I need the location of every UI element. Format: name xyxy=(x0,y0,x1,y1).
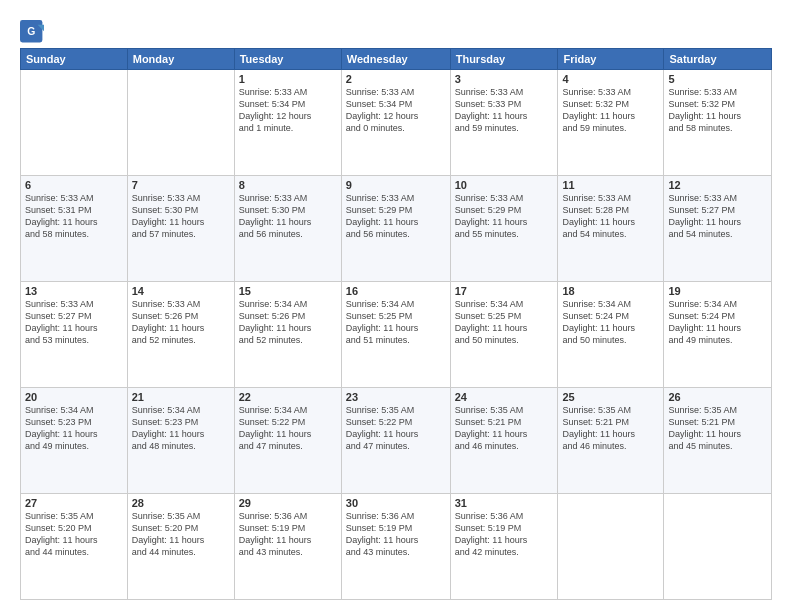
day-number: 5 xyxy=(668,73,767,85)
day-info: Sunrise: 5:36 AM Sunset: 5:19 PM Dayligh… xyxy=(346,510,446,559)
logo: G xyxy=(20,20,48,44)
day-number: 29 xyxy=(239,497,337,509)
calendar-cell: 16Sunrise: 5:34 AM Sunset: 5:25 PM Dayli… xyxy=(341,282,450,388)
day-number: 22 xyxy=(239,391,337,403)
calendar-cell: 13Sunrise: 5:33 AM Sunset: 5:27 PM Dayli… xyxy=(21,282,128,388)
calendar-cell: 12Sunrise: 5:33 AM Sunset: 5:27 PM Dayli… xyxy=(664,176,772,282)
day-info: Sunrise: 5:33 AM Sunset: 5:34 PM Dayligh… xyxy=(239,86,337,135)
calendar-cell xyxy=(558,494,664,600)
calendar-cell: 29Sunrise: 5:36 AM Sunset: 5:19 PM Dayli… xyxy=(234,494,341,600)
calendar-cell xyxy=(21,70,128,176)
day-number: 17 xyxy=(455,285,554,297)
day-info: Sunrise: 5:35 AM Sunset: 5:20 PM Dayligh… xyxy=(132,510,230,559)
day-info: Sunrise: 5:35 AM Sunset: 5:20 PM Dayligh… xyxy=(25,510,123,559)
day-number: 25 xyxy=(562,391,659,403)
day-info: Sunrise: 5:33 AM Sunset: 5:33 PM Dayligh… xyxy=(455,86,554,135)
calendar-cell: 28Sunrise: 5:35 AM Sunset: 5:20 PM Dayli… xyxy=(127,494,234,600)
calendar-cell xyxy=(664,494,772,600)
day-number: 4 xyxy=(562,73,659,85)
day-number: 2 xyxy=(346,73,446,85)
day-number: 13 xyxy=(25,285,123,297)
week-row-3: 13Sunrise: 5:33 AM Sunset: 5:27 PM Dayli… xyxy=(21,282,772,388)
day-info: Sunrise: 5:34 AM Sunset: 5:25 PM Dayligh… xyxy=(455,298,554,347)
day-info: Sunrise: 5:35 AM Sunset: 5:22 PM Dayligh… xyxy=(346,404,446,453)
calendar-cell: 9Sunrise: 5:33 AM Sunset: 5:29 PM Daylig… xyxy=(341,176,450,282)
day-number: 18 xyxy=(562,285,659,297)
day-info: Sunrise: 5:36 AM Sunset: 5:19 PM Dayligh… xyxy=(239,510,337,559)
day-number: 26 xyxy=(668,391,767,403)
day-number: 6 xyxy=(25,179,123,191)
day-number: 3 xyxy=(455,73,554,85)
day-number: 28 xyxy=(132,497,230,509)
calendar-cell: 25Sunrise: 5:35 AM Sunset: 5:21 PM Dayli… xyxy=(558,388,664,494)
calendar-cell xyxy=(127,70,234,176)
day-info: Sunrise: 5:34 AM Sunset: 5:23 PM Dayligh… xyxy=(132,404,230,453)
day-info: Sunrise: 5:33 AM Sunset: 5:34 PM Dayligh… xyxy=(346,86,446,135)
day-number: 21 xyxy=(132,391,230,403)
day-number: 30 xyxy=(346,497,446,509)
day-info: Sunrise: 5:35 AM Sunset: 5:21 PM Dayligh… xyxy=(455,404,554,453)
calendar-cell: 10Sunrise: 5:33 AM Sunset: 5:29 PM Dayli… xyxy=(450,176,558,282)
calendar-cell: 15Sunrise: 5:34 AM Sunset: 5:26 PM Dayli… xyxy=(234,282,341,388)
day-number: 20 xyxy=(25,391,123,403)
day-info: Sunrise: 5:33 AM Sunset: 5:27 PM Dayligh… xyxy=(25,298,123,347)
day-number: 19 xyxy=(668,285,767,297)
day-number: 16 xyxy=(346,285,446,297)
page: G SundayMondayTuesdayWednesdayThursdayFr… xyxy=(0,0,792,612)
calendar-cell: 18Sunrise: 5:34 AM Sunset: 5:24 PM Dayli… xyxy=(558,282,664,388)
calendar-cell: 30Sunrise: 5:36 AM Sunset: 5:19 PM Dayli… xyxy=(341,494,450,600)
calendar-cell: 2Sunrise: 5:33 AM Sunset: 5:34 PM Daylig… xyxy=(341,70,450,176)
calendar-cell: 11Sunrise: 5:33 AM Sunset: 5:28 PM Dayli… xyxy=(558,176,664,282)
calendar-cell: 1Sunrise: 5:33 AM Sunset: 5:34 PM Daylig… xyxy=(234,70,341,176)
calendar-cell: 20Sunrise: 5:34 AM Sunset: 5:23 PM Dayli… xyxy=(21,388,128,494)
weekday-header-row: SundayMondayTuesdayWednesdayThursdayFrid… xyxy=(21,49,772,70)
header: G xyxy=(20,16,772,44)
day-info: Sunrise: 5:33 AM Sunset: 5:28 PM Dayligh… xyxy=(562,192,659,241)
day-info: Sunrise: 5:33 AM Sunset: 5:30 PM Dayligh… xyxy=(239,192,337,241)
day-info: Sunrise: 5:33 AM Sunset: 5:32 PM Dayligh… xyxy=(562,86,659,135)
weekday-header-wednesday: Wednesday xyxy=(341,49,450,70)
day-info: Sunrise: 5:35 AM Sunset: 5:21 PM Dayligh… xyxy=(562,404,659,453)
day-info: Sunrise: 5:35 AM Sunset: 5:21 PM Dayligh… xyxy=(668,404,767,453)
day-number: 23 xyxy=(346,391,446,403)
day-number: 10 xyxy=(455,179,554,191)
calendar-cell: 22Sunrise: 5:34 AM Sunset: 5:22 PM Dayli… xyxy=(234,388,341,494)
day-number: 31 xyxy=(455,497,554,509)
weekday-header-friday: Friday xyxy=(558,49,664,70)
calendar-cell: 3Sunrise: 5:33 AM Sunset: 5:33 PM Daylig… xyxy=(450,70,558,176)
day-number: 27 xyxy=(25,497,123,509)
calendar-cell: 24Sunrise: 5:35 AM Sunset: 5:21 PM Dayli… xyxy=(450,388,558,494)
day-info: Sunrise: 5:34 AM Sunset: 5:23 PM Dayligh… xyxy=(25,404,123,453)
day-info: Sunrise: 5:33 AM Sunset: 5:26 PM Dayligh… xyxy=(132,298,230,347)
day-number: 24 xyxy=(455,391,554,403)
calendar-cell: 19Sunrise: 5:34 AM Sunset: 5:24 PM Dayli… xyxy=(664,282,772,388)
calendar-cell: 17Sunrise: 5:34 AM Sunset: 5:25 PM Dayli… xyxy=(450,282,558,388)
day-info: Sunrise: 5:33 AM Sunset: 5:30 PM Dayligh… xyxy=(132,192,230,241)
weekday-header-thursday: Thursday xyxy=(450,49,558,70)
day-info: Sunrise: 5:34 AM Sunset: 5:24 PM Dayligh… xyxy=(668,298,767,347)
calendar-cell: 6Sunrise: 5:33 AM Sunset: 5:31 PM Daylig… xyxy=(21,176,128,282)
day-number: 8 xyxy=(239,179,337,191)
calendar-cell: 31Sunrise: 5:36 AM Sunset: 5:19 PM Dayli… xyxy=(450,494,558,600)
day-info: Sunrise: 5:33 AM Sunset: 5:29 PM Dayligh… xyxy=(346,192,446,241)
week-row-1: 1Sunrise: 5:33 AM Sunset: 5:34 PM Daylig… xyxy=(21,70,772,176)
calendar-cell: 14Sunrise: 5:33 AM Sunset: 5:26 PM Dayli… xyxy=(127,282,234,388)
day-number: 9 xyxy=(346,179,446,191)
day-info: Sunrise: 5:33 AM Sunset: 5:27 PM Dayligh… xyxy=(668,192,767,241)
day-info: Sunrise: 5:36 AM Sunset: 5:19 PM Dayligh… xyxy=(455,510,554,559)
day-info: Sunrise: 5:34 AM Sunset: 5:26 PM Dayligh… xyxy=(239,298,337,347)
svg-text:G: G xyxy=(27,26,35,37)
weekday-header-tuesday: Tuesday xyxy=(234,49,341,70)
week-row-5: 27Sunrise: 5:35 AM Sunset: 5:20 PM Dayli… xyxy=(21,494,772,600)
day-number: 12 xyxy=(668,179,767,191)
day-info: Sunrise: 5:34 AM Sunset: 5:24 PM Dayligh… xyxy=(562,298,659,347)
day-info: Sunrise: 5:34 AM Sunset: 5:25 PM Dayligh… xyxy=(346,298,446,347)
calendar-cell: 7Sunrise: 5:33 AM Sunset: 5:30 PM Daylig… xyxy=(127,176,234,282)
calendar-cell: 21Sunrise: 5:34 AM Sunset: 5:23 PM Dayli… xyxy=(127,388,234,494)
calendar-cell: 5Sunrise: 5:33 AM Sunset: 5:32 PM Daylig… xyxy=(664,70,772,176)
weekday-header-monday: Monday xyxy=(127,49,234,70)
calendar-cell: 23Sunrise: 5:35 AM Sunset: 5:22 PM Dayli… xyxy=(341,388,450,494)
day-number: 15 xyxy=(239,285,337,297)
day-info: Sunrise: 5:34 AM Sunset: 5:22 PM Dayligh… xyxy=(239,404,337,453)
day-number: 14 xyxy=(132,285,230,297)
